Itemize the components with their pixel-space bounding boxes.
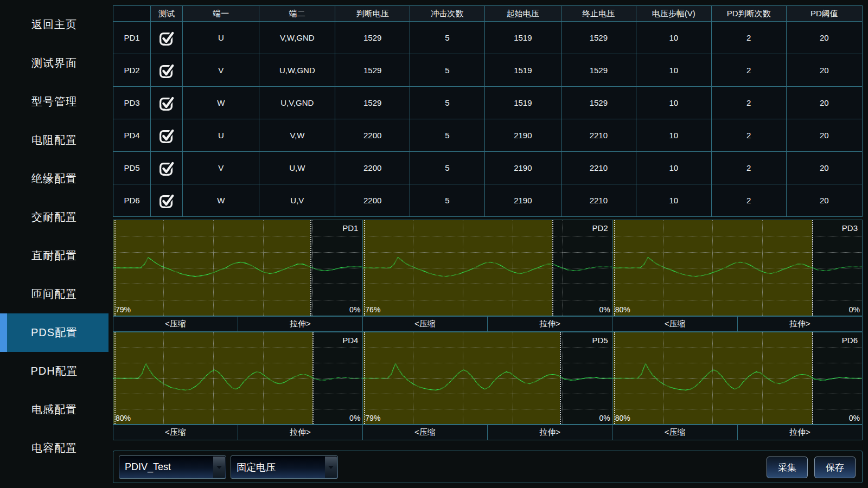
cell-end-voltage[interactable]: 1529 [561, 54, 636, 87]
sidebar-item-label: 型号管理 [31, 94, 77, 109]
cell-end1[interactable]: W [183, 87, 259, 119]
collect-button[interactable]: 采集 [767, 457, 808, 478]
cell-end2[interactable]: U,W,GND [259, 54, 335, 87]
cell-start-voltage[interactable]: 2190 [484, 184, 561, 217]
cell-voltage-step[interactable]: 10 [636, 184, 711, 217]
row-label: PD3 [113, 87, 151, 119]
cell-voltage-step[interactable]: 10 [636, 87, 711, 119]
sidebar-item-pdh-config[interactable]: PDH配置 [0, 352, 108, 390]
cell-pd-threshold[interactable]: 20 [786, 184, 862, 217]
cell-end-voltage[interactable]: 1529 [561, 22, 636, 54]
test-checkbox[interactable] [151, 119, 183, 152]
cell-pd-threshold[interactable]: 20 [786, 87, 862, 119]
header-end2: 端二 [259, 6, 335, 22]
waveform-chart-pd1: PD179%0% [113, 220, 363, 316]
cell-voltage-step[interactable]: 10 [636, 22, 711, 54]
sidebar-item-resistance-config[interactable]: 电阻配置 [0, 121, 108, 159]
cell-impulse-count[interactable]: 5 [410, 54, 484, 87]
cell-impulse-count[interactable]: 5 [410, 119, 484, 152]
cell-impulse-count[interactable]: 5 [410, 22, 484, 54]
cell-end1[interactable]: V [183, 54, 259, 87]
cell-end-voltage[interactable]: 2210 [561, 152, 636, 184]
cell-voltage-step[interactable]: 10 [636, 152, 711, 184]
cell-pd-judge-count[interactable]: 2 [711, 87, 786, 119]
cell-judge-voltage[interactable]: 1529 [335, 22, 410, 54]
sidebar-item-label: 绝缘配置 [31, 171, 77, 186]
test-checkbox[interactable] [151, 152, 183, 184]
cell-pd-judge-count[interactable]: 2 [711, 22, 786, 54]
cell-start-voltage[interactable]: 1519 [484, 22, 561, 54]
sidebar-item-pds-config[interactable]: PDS配置 [0, 313, 108, 352]
cell-end1[interactable]: W [183, 184, 259, 217]
compress-button-pd6[interactable]: <压缩 [612, 425, 737, 440]
cell-end2[interactable]: U,V [259, 184, 335, 217]
cell-end2[interactable]: V,W,GND [259, 22, 335, 54]
cell-start-voltage[interactable]: 2190 [484, 119, 561, 152]
cell-impulse-count[interactable]: 5 [410, 184, 484, 217]
sidebar-item-model-management[interactable]: 型号管理 [0, 82, 108, 121]
cell-end1[interactable]: V [183, 152, 259, 184]
cell-pd-threshold[interactable]: 20 [786, 22, 862, 54]
cell-judge-voltage[interactable]: 1529 [335, 87, 410, 119]
compress-button-pd2[interactable]: <压缩 [362, 316, 488, 332]
cell-judge-voltage[interactable]: 2200 [335, 152, 410, 184]
test-checkbox[interactable] [151, 54, 183, 87]
cell-pd-judge-count[interactable]: 2 [711, 54, 786, 87]
cell-impulse-count[interactable]: 5 [410, 152, 484, 184]
cell-pd-judge-count[interactable]: 2 [711, 119, 786, 152]
cell-end-voltage[interactable]: 2210 [561, 119, 636, 152]
compress-button-pd1[interactable]: <压缩 [113, 316, 238, 332]
sidebar-item-interturn-config[interactable]: 匝间配置 [0, 275, 108, 313]
stretch-button-pd1[interactable]: 拉伸> [238, 316, 363, 332]
sidebar-item-label: 测试界面 [31, 56, 77, 70]
cell-end-voltage[interactable]: 1529 [561, 87, 636, 119]
header-judge-voltage: 判断电压 [335, 6, 410, 22]
sidebar-item-label: 交耐配置 [31, 210, 77, 224]
sidebar-item-dc-withstand-config[interactable]: 直耐配置 [0, 236, 108, 275]
cell-pd-threshold[interactable]: 20 [786, 152, 862, 184]
cell-end1[interactable]: U [183, 22, 259, 54]
cell-end2[interactable]: U,W [259, 152, 335, 184]
stretch-button-pd4[interactable]: 拉伸> [238, 425, 363, 440]
test-checkbox[interactable] [151, 184, 183, 217]
cell-end-voltage[interactable]: 2210 [561, 184, 636, 217]
stretch-button-pd5[interactable]: 拉伸> [487, 425, 612, 440]
cell-judge-voltage[interactable]: 1529 [335, 54, 410, 87]
sidebar-item-capacitance-config[interactable]: 电容配置 [0, 429, 108, 467]
cell-judge-voltage[interactable]: 2200 [335, 119, 410, 152]
cell-start-voltage[interactable]: 1519 [484, 54, 561, 87]
zoom-bar-1: <压缩 拉伸> <压缩 拉伸> <压缩 拉伸> [113, 316, 863, 332]
cell-impulse-count[interactable]: 5 [410, 87, 484, 119]
cell-voltage-step[interactable]: 10 [636, 54, 711, 87]
save-button[interactable]: 保存 [814, 457, 856, 478]
sidebar-item-inductance-config[interactable]: 电感配置 [0, 390, 108, 429]
stretch-button-pd3[interactable]: 拉伸> [737, 316, 863, 332]
test-checkbox[interactable] [151, 22, 183, 54]
test-type-dropdown[interactable]: PDIV_Test [119, 455, 226, 479]
cell-pd-threshold[interactable]: 20 [786, 54, 862, 87]
stretch-button-pd2[interactable]: 拉伸> [487, 316, 612, 332]
header-voltage-step: 电压步幅(V) [636, 6, 711, 22]
cell-pd-judge-count[interactable]: 2 [711, 184, 786, 217]
footer-bar: PDIV_Test 固定电压 采集 保存 [113, 451, 863, 483]
stretch-button-pd6[interactable]: 拉伸> [737, 425, 863, 440]
sidebar-item-test-screen[interactable]: 测试界面 [0, 44, 108, 82]
cell-end2[interactable]: U,V,GND [259, 87, 335, 119]
test-checkbox[interactable] [151, 87, 183, 119]
chevron-down-icon [325, 457, 337, 478]
cell-pd-threshold[interactable]: 20 [786, 119, 862, 152]
cell-start-voltage[interactable]: 2190 [484, 152, 561, 184]
cell-end2[interactable]: V,W [259, 119, 335, 152]
cell-judge-voltage[interactable]: 2200 [335, 184, 410, 217]
compress-button-pd5[interactable]: <压缩 [362, 425, 488, 440]
sidebar-item-ac-withstand-config[interactable]: 交耐配置 [0, 198, 108, 236]
compress-button-pd4[interactable]: <压缩 [113, 425, 238, 440]
cell-start-voltage[interactable]: 1519 [484, 87, 561, 119]
voltage-mode-dropdown[interactable]: 固定电压 [231, 455, 338, 479]
sidebar-item-home[interactable]: 返回主页 [0, 5, 108, 44]
sidebar-item-insulation-config[interactable]: 绝缘配置 [0, 159, 108, 198]
cell-voltage-step[interactable]: 10 [636, 119, 711, 152]
cell-end1[interactable]: U [183, 119, 259, 152]
cell-pd-judge-count[interactable]: 2 [711, 152, 786, 184]
compress-button-pd3[interactable]: <压缩 [612, 316, 737, 332]
